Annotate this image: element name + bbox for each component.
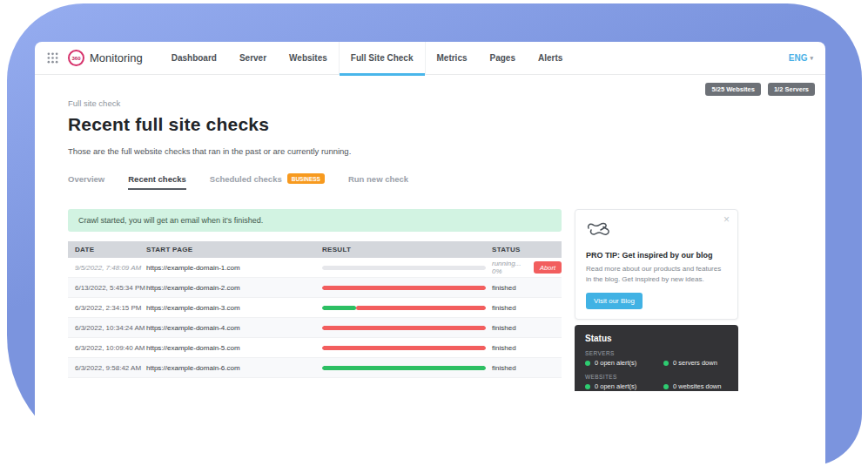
language-selector[interactable]: ENG ▾ [789,53,813,63]
nav-item-alerts[interactable]: Alerts [527,42,574,75]
result-bar [322,306,486,310]
page: 360 Monitoring Dashboard Server Websites… [0,0,868,473]
table-row: 6/13/2022, 5:45:34 PM https://example-do… [68,278,562,298]
nav-item-dashboard[interactable]: Dashboard [160,42,228,75]
checks-column: Crawl started, you will get an email whe… [68,209,562,378]
tab-run-new-check[interactable]: Run new check [348,174,408,190]
result-bar [322,366,486,370]
logo-text: Monitoring [90,51,143,64]
status-item-label: 0 open alert(s) [595,382,636,390]
status-item-label: 0 open alert(s) [595,359,636,367]
status-item: 0 open alert(s) [585,382,663,390]
col-start-page: START PAGE [146,246,322,253]
check-start-page: https://example-domain-5.com [146,344,322,352]
websites-quota-badge: 5/25 Websites [705,83,760,96]
logo-360-icon: 360 [68,50,84,66]
success-notification: Crawl started, you will get an email whe… [68,209,562,232]
status-row: 0 open alert(s) 0 servers down [585,359,728,367]
abort-button[interactable]: Abort [534,261,562,274]
table-row: 6/3/2022, 10:34:24 AM https://example-do… [68,318,562,338]
page-subtitle: Those are the full website checks that r… [68,146,825,156]
table-row: 9/5/2022, 7:48:09 AM https://example-dom… [68,258,562,278]
result-bar [322,326,486,330]
status-item-label: 0 servers down [673,359,717,367]
check-status: finished [492,324,516,332]
nav-item-pages[interactable]: Pages [479,42,527,75]
check-start-page: https://example-domain-1.com [146,264,322,272]
check-start-page: https://example-domain-2.com [146,284,322,292]
check-status: running... 0% [492,260,528,275]
top-navbar: 360 Monitoring Dashboard Server Websites… [35,42,825,75]
check-date: 6/3/2022, 9:58:42 AM [68,364,146,372]
status-item: 0 websites down [663,382,721,390]
nav-item-server[interactable]: Server [228,42,278,75]
status-item: 0 servers down [663,359,717,367]
language-label: ENG [789,53,808,63]
green-dot-icon [585,361,590,366]
pro-tip-title: PRO TIP: Get inspired by our blog [586,251,727,260]
green-dot-icon [663,361,669,366]
nav-item-websites[interactable]: Websites [278,42,339,75]
business-badge: BUSINESS [287,173,325,184]
check-date: 6/3/2022, 10:09:40 AM [68,344,146,352]
close-icon[interactable]: × [723,213,730,226]
check-status: finished [492,304,516,312]
pro-tip-body: Read more about our products and feature… [586,264,727,285]
check-start-page: https://example-domain-4.com [146,324,322,332]
handshake-icon [586,228,614,243]
status-item: 0 open alert(s) [585,359,663,367]
status-section-servers: SERVERS [585,350,728,356]
status-row: 0 open alert(s) 0 websites down [585,382,728,390]
nav-item-full-site-check[interactable]: Full Site Check [339,42,426,75]
check-status: finished [492,364,516,372]
sidebar: × PRO TIP: Get inspired by our blog Read… [575,209,738,391]
tab-scheduled-checks-label: Scheduled checks [210,174,282,184]
check-date: 9/5/2022, 7:48:09 AM [68,264,146,272]
table-row: 6/3/2022, 2:34:15 PM https://example-dom… [68,298,562,318]
breadcrumb: Full site check [68,98,825,108]
tab-overview[interactable]: Overview [68,174,104,190]
table-row: 6/3/2022, 9:58:42 AM https://example-dom… [68,358,562,378]
col-date: DATE [68,246,146,253]
check-status: finished [492,344,516,352]
app-launcher-icon[interactable] [47,52,58,64]
check-date: 6/3/2022, 2:34:15 PM [68,304,146,312]
page-title: Recent full site checks [68,114,825,135]
visit-blog-button[interactable]: Visit our Blog [586,293,643,309]
pro-tip-card: × PRO TIP: Get inspired by our blog Read… [575,209,738,320]
tab-scheduled-checks[interactable]: Scheduled checks BUSINESS [210,173,325,190]
chevron-down-icon: ▾ [810,55,813,62]
check-status: finished [492,284,516,292]
col-result: RESULT [322,246,492,253]
nav-menu: Dashboard Server Websites Full Site Chec… [160,42,575,75]
check-date: 6/3/2022, 10:34:24 AM [68,324,146,332]
check-start-page: https://example-domain-3.com [146,304,322,312]
checks-table: DATE START PAGE RESULT STATUS 9/5/2022, … [68,241,562,378]
nav-item-metrics[interactable]: Metrics [426,42,479,75]
result-bar [322,266,486,270]
table-row: 6/3/2022, 10:09:40 AM https://example-do… [68,338,562,358]
result-bar [322,286,486,290]
status-panel: Status SERVERS 0 open alert(s) 0 servers… [575,325,738,391]
tab-bar: Overview Recent checks Scheduled checks … [68,173,825,190]
col-status: STATUS [492,246,562,253]
check-start-page: https://example-domain-6.com [146,364,322,372]
result-bar [322,346,486,350]
green-dot-icon [585,384,590,389]
logo[interactable]: 360 Monitoring [68,50,143,66]
green-dot-icon [663,384,669,389]
quota-badges: 5/25 Websites 1/2 Servers [35,75,825,96]
tab-recent-checks[interactable]: Recent checks [128,174,186,190]
status-section-websites: WEBSITES [585,374,728,380]
check-date: 6/13/2022, 5:45:34 PM [68,284,146,292]
status-panel-title: Status [585,334,728,343]
table-header: DATE START PAGE RESULT STATUS [68,241,562,258]
servers-quota-badge: 1/2 Servers [768,83,815,96]
status-item-label: 0 websites down [673,382,721,390]
app-window: 360 Monitoring Dashboard Server Websites… [35,42,825,473]
